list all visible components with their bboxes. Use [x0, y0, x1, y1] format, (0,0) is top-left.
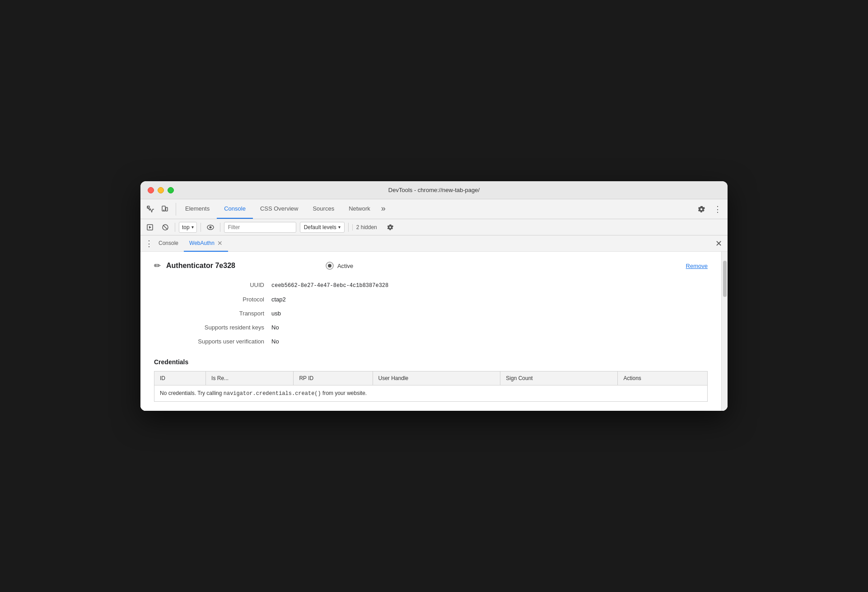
filter-input[interactable] [224, 222, 296, 233]
tab-bar: Elements Console CSS Overview Sources Ne… [178, 199, 695, 219]
drawer-tab-console-label: Console [159, 240, 178, 246]
separator-1 [175, 223, 175, 232]
run-script-button[interactable] [144, 221, 156, 233]
no-creds-code: navigator.credentials.create() [224, 390, 321, 397]
active-label: Active [337, 263, 353, 269]
toolbar-icons [144, 203, 176, 216]
user-verification-row: Supports user verification No [154, 338, 708, 345]
transport-label: Transport [154, 310, 271, 317]
drawer-tab-webauthn-label: WebAuthn [189, 240, 215, 246]
uuid-value: ceeb5662-8e27-4e47-8ebc-4c1b8387e328 [271, 282, 388, 289]
tab-console[interactable]: Console [217, 199, 253, 219]
close-button[interactable] [148, 187, 154, 193]
no-credentials-message: No credentials. Try calling navigator.cr… [154, 385, 708, 402]
scrollbar-track[interactable] [721, 252, 728, 411]
no-creds-prefix: No credentials. Try calling [160, 390, 224, 396]
clear-console-button[interactable] [159, 221, 171, 233]
resident-keys-value: No [271, 324, 279, 331]
edit-icon[interactable]: ✏ [154, 261, 161, 271]
no-credentials-row: No credentials. Try calling navigator.cr… [154, 385, 708, 402]
authenticator-title: Authenticator 7e328 [166, 262, 235, 270]
toolbar-right: ⋮ [695, 203, 724, 216]
authenticator-status: Active [326, 262, 353, 270]
context-selector[interactable]: top ▾ [179, 222, 197, 233]
separator-3 [220, 223, 220, 232]
svg-line-7 [163, 225, 168, 230]
scrollbar-thumb[interactable] [723, 261, 727, 297]
col-rp-id: RP ID [294, 371, 373, 385]
device-toolbar-icon[interactable] [159, 203, 171, 216]
svg-marker-5 [149, 226, 151, 229]
protocol-row: Protocol ctap2 [154, 296, 708, 303]
uuid-label: UUID [154, 282, 271, 288]
auth-details: UUID ceeb5662-8e27-4e47-8ebc-4c1b8387e32… [154, 282, 708, 345]
tab-network[interactable]: Network [341, 199, 378, 219]
svg-point-9 [209, 226, 211, 228]
active-radio[interactable] [326, 262, 334, 270]
user-verification-label: Supports user verification [154, 338, 271, 345]
tab-elements[interactable]: Elements [178, 199, 217, 219]
devtools-body: Elements Console CSS Overview Sources Ne… [140, 199, 728, 411]
levels-button[interactable]: Default levels ▾ [300, 222, 345, 233]
col-id: ID [154, 371, 206, 385]
inspect-icon[interactable] [144, 203, 157, 216]
transport-row: Transport usb [154, 310, 708, 317]
col-sign-count: Sign Count [500, 371, 618, 385]
drawer-tabbar: ⋮ Console WebAuthn ✕ ✕ [140, 235, 728, 252]
hidden-count: 2 hidden [352, 224, 381, 230]
titlebar: DevTools - chrome://new-tab-page/ [140, 181, 728, 199]
credentials-title: Credentials [154, 358, 708, 366]
devtools-window: DevTools - chrome://new-tab-page/ [140, 181, 728, 411]
settings-button[interactable] [695, 203, 708, 216]
levels-label: Default levels [304, 224, 336, 230]
resident-keys-label: Supports resident keys [154, 324, 271, 331]
minimize-button[interactable] [158, 187, 164, 193]
traffic-lights [148, 187, 174, 193]
webauthn-scroll-area: ✏ Authenticator 7e328 Active Remove [140, 252, 728, 411]
more-options-button[interactable]: ⋮ [711, 203, 724, 216]
context-value: top [182, 224, 190, 230]
uuid-row: UUID ceeb5662-8e27-4e47-8ebc-4c1b8387e32… [154, 282, 708, 289]
credentials-table: ID Is Re... RP ID User Handle Sign Count… [154, 371, 708, 402]
separator-4 [348, 223, 349, 232]
drawer-more-button[interactable]: ⋮ [145, 239, 153, 249]
user-verification-value: No [271, 338, 279, 345]
radio-dot [328, 264, 331, 268]
tab-css-overview[interactable]: CSS Overview [253, 199, 306, 219]
drawer-tab-webauthn[interactable]: WebAuthn ✕ [184, 235, 228, 252]
maximize-button[interactable] [168, 187, 174, 193]
main-toolbar: Elements Console CSS Overview Sources Ne… [140, 199, 728, 219]
protocol-value: ctap2 [271, 296, 286, 303]
more-vert-icon: ⋮ [714, 204, 722, 214]
levels-chevron: ▾ [338, 225, 341, 230]
drawer: ⋮ Console WebAuthn ✕ ✕ ✏ Authenticator 7… [140, 235, 728, 411]
separator-2 [201, 223, 201, 232]
svg-rect-2 [166, 207, 168, 211]
protocol-label: Protocol [154, 296, 271, 303]
col-actions: Actions [618, 371, 708, 385]
resident-keys-row: Supports resident keys No [154, 324, 708, 331]
window-title: DevTools - chrome://new-tab-page/ [388, 187, 480, 193]
tab-sources[interactable]: Sources [305, 199, 341, 219]
credentials-header-row: ID Is Re... RP ID User Handle Sign Count… [154, 371, 708, 385]
col-user-handle: User Handle [373, 371, 500, 385]
console-settings-button[interactable] [384, 221, 396, 233]
context-chevron: ▾ [191, 225, 194, 230]
credentials-section: Credentials ID Is Re... RP ID User Handl… [154, 358, 708, 402]
drawer-tab-console[interactable]: Console [153, 235, 184, 252]
eye-icon-button[interactable] [205, 221, 216, 233]
col-is-re: Is Re... [206, 371, 294, 385]
authenticator-header: ✏ Authenticator 7e328 Active Remove [154, 261, 708, 271]
more-tabs-button[interactable]: » [378, 199, 389, 219]
webauthn-content: ✏ Authenticator 7e328 Active Remove [140, 252, 721, 411]
transport-value: usb [271, 310, 281, 317]
no-creds-suffix: from your website. [321, 390, 367, 396]
console-toolbar: top ▾ Default levels ▾ 2 hidden [140, 219, 728, 235]
drawer-close-button[interactable]: ✕ [714, 237, 724, 250]
remove-button[interactable]: Remove [686, 263, 708, 269]
drawer-tab-webauthn-close[interactable]: ✕ [217, 240, 223, 247]
